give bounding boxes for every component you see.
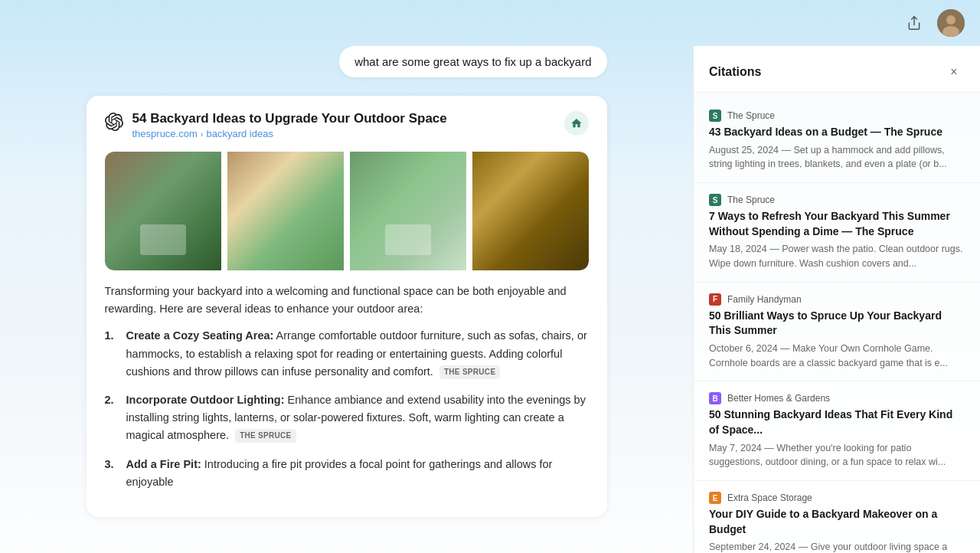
response-source-domain: thespruce.com: [132, 128, 198, 139]
source-name-1: The Spruce: [727, 110, 775, 121]
backyard-image-4: [472, 152, 589, 270]
image-grid: [105, 152, 589, 270]
list-text-1: Create a Cozy Seating Area: Arrange comf…: [126, 327, 589, 381]
citation-source-row: B Better Homes & Gardens: [709, 392, 965, 404]
backyard-image-2: [227, 152, 344, 270]
citation-snippet-2: May 18, 2024 — Power wash the patio. Cle…: [709, 242, 965, 271]
source-name-3: Family Handyman: [727, 294, 802, 305]
list-heading-1: Create a Cozy Seating Area:: [126, 329, 274, 342]
source-favicon-3: F: [709, 293, 721, 306]
top-bar: [0, 0, 980, 46]
user-message-text: what are some great ways to fix up a bac…: [354, 55, 591, 68]
response-title: 54 Backyard Ideas to Upgrade Your Outdoo…: [132, 111, 555, 126]
source-name-4: Better Homes & Gardens: [727, 393, 830, 404]
citation-title-2: 7 Ways to Refresh Your Backyard This Sum…: [709, 209, 965, 239]
backyard-image-1: [105, 152, 221, 270]
list-number-3: 3.: [105, 456, 120, 473]
citation-item[interactable]: B Better Homes & Gardens 50 Stunning Bac…: [694, 381, 980, 481]
user-message-wrapper: what are some great ways to fix up a bac…: [87, 46, 607, 77]
source-name-5: Extra Space Storage: [727, 492, 812, 503]
response-header: 54 Backyard Ideas to Upgrade Your Outdoo…: [105, 111, 589, 139]
list-heading-3: Add a Fire Pit:: [126, 458, 201, 470]
citations-header: Citations ×: [694, 46, 980, 93]
source-chevron-icon: ›: [201, 129, 204, 139]
source-tag-1: THE SPRUCE: [439, 365, 500, 379]
list-item: 3. Add a Fire Pit: Introducing a fire pi…: [105, 456, 589, 491]
citation-item[interactable]: S The Spruce 7 Ways to Refresh Your Back…: [694, 183, 980, 283]
citations-list: S The Spruce 43 Backyard Ideas on a Budg…: [694, 93, 980, 553]
list-text-3: Add a Fire Pit: Introducing a fire pit p…: [126, 456, 589, 491]
response-source-breadcrumb: backyard ideas: [206, 128, 273, 139]
source-name-2: The Spruce: [727, 195, 775, 205]
source-favicon-5: E: [709, 492, 721, 504]
citation-title-3: 50 Brilliant Ways to Spruce Up Your Back…: [709, 309, 965, 339]
share-button[interactable]: [900, 9, 928, 37]
main-layout: what are some great ways to fix up a bac…: [0, 46, 980, 553]
source-favicon-4: B: [709, 392, 721, 404]
citation-item[interactable]: E Extra Space Storage Your DIY Guide to …: [694, 481, 980, 553]
list-number-1: 1.: [105, 327, 120, 345]
response-intro: Transforming your backyard into a welcom…: [105, 283, 589, 318]
citation-item[interactable]: S The Spruce 43 Backyard Ideas on a Budg…: [694, 99, 980, 183]
response-title-block: 54 Backyard Ideas to Upgrade Your Outdoo…: [132, 111, 555, 139]
source-favicon-2: S: [709, 194, 721, 206]
citation-title-5: Your DIY Guide to a Backyard Makeover on…: [709, 507, 965, 537]
citation-source-row: S The Spruce: [709, 194, 965, 206]
citation-source-row: S The Spruce: [709, 110, 965, 122]
response-card: 54 Backyard Ideas to Upgrade Your Outdoo…: [87, 96, 607, 517]
list-item: 2. Incorporate Outdoor Lighting: Enhance…: [105, 391, 589, 445]
openai-logo: [105, 113, 123, 131]
list-heading-2: Incorporate Outdoor Lighting:: [126, 394, 285, 406]
citation-snippet-5: September 24, 2024 — Give your outdoor l…: [709, 540, 965, 553]
citation-snippet-4: May 7, 2024 — Whether you're looking for…: [709, 441, 965, 470]
source-tag-2: THE SPRUCE: [235, 429, 296, 443]
citation-title-4: 50 Stunning Backyard Ideas That Fit Ever…: [709, 407, 965, 437]
close-citations-button[interactable]: ×: [943, 61, 965, 83]
svg-point-2: [946, 15, 956, 25]
avatar[interactable]: [937, 9, 965, 37]
left-panel: what are some great ways to fix up a bac…: [0, 46, 693, 553]
close-icon: ×: [950, 65, 957, 79]
citation-item[interactable]: F Family Handyman 50 Brilliant Ways to S…: [694, 283, 980, 382]
source-favicon-1: S: [709, 110, 721, 122]
response-source-link[interactable]: thespruce.com › backyard ideas: [132, 128, 555, 139]
list-item: 1. Create a Cozy Seating Area: Arrange c…: [105, 327, 589, 381]
response-list: 1. Create a Cozy Seating Area: Arrange c…: [105, 327, 589, 491]
home-icon-button[interactable]: [564, 111, 589, 136]
citation-snippet-3: October 6, 2024 — Make Your Own Cornhole…: [709, 342, 965, 371]
citation-title-1: 43 Backyard Ideas on a Budget — The Spru…: [709, 125, 965, 140]
citation-source-row: F Family Handyman: [709, 293, 965, 306]
backyard-image-3: [350, 152, 466, 270]
citations-panel: Citations × S The Spruce 43 Backyard Ide…: [693, 46, 980, 553]
user-message: what are some great ways to fix up a bac…: [339, 46, 606, 77]
list-number-2: 2.: [105, 391, 120, 409]
citation-snippet-1: August 25, 2024 — Set up a hammock and a…: [709, 143, 965, 172]
citations-title: Citations: [709, 65, 761, 79]
list-text-2: Incorporate Outdoor Lighting: Enhance am…: [126, 391, 589, 445]
citation-source-row: E Extra Space Storage: [709, 492, 965, 504]
